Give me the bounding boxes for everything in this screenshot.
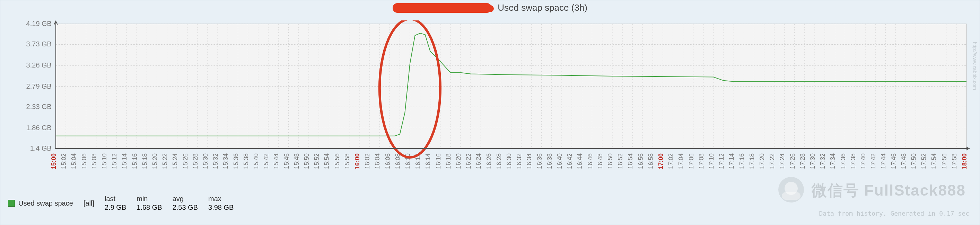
- svg-text:17:18: 17:18: [749, 153, 756, 169]
- legend-max-label: max: [208, 195, 243, 203]
- svg-text:15:20: 15:20: [151, 153, 158, 169]
- svg-text:16:26: 16:26: [485, 153, 492, 169]
- svg-text:16:42: 16:42: [566, 153, 573, 169]
- svg-text:4.19 GB: 4.19 GB: [26, 21, 52, 27]
- svg-text:17:28: 17:28: [799, 153, 806, 169]
- svg-text:16:54: 16:54: [627, 153, 634, 169]
- svg-text:16:16: 16:16: [435, 153, 442, 169]
- svg-text:15:18: 15:18: [142, 153, 148, 169]
- watermark-text: 微信号 FullStack888: [811, 182, 966, 199]
- legend-min: 1.68 GB: [137, 204, 172, 211]
- redacted-hostname: [393, 3, 492, 13]
- svg-text:15:02: 15:02: [60, 153, 67, 169]
- svg-text:16:28: 16:28: [496, 153, 503, 169]
- svg-text:16:00: 16:00: [354, 153, 361, 169]
- svg-text:16:14: 16:14: [425, 153, 431, 169]
- legend-max: 3.98 GB: [208, 204, 243, 211]
- svg-text:17:42: 17:42: [870, 153, 877, 169]
- svg-text:17:30: 17:30: [809, 153, 816, 169]
- svg-text:15:46: 15:46: [283, 153, 290, 169]
- svg-text:17:36: 17:36: [840, 153, 846, 169]
- svg-text:16:24: 16:24: [475, 153, 482, 169]
- svg-text:16:40: 16:40: [556, 153, 563, 169]
- svg-text:15:48: 15:48: [293, 153, 300, 169]
- svg-text:3.73 GB: 3.73 GB: [26, 40, 52, 48]
- svg-text:15:42: 15:42: [262, 153, 270, 169]
- svg-text:17:32: 17:32: [819, 153, 826, 169]
- chart-title: Used swap space (3h): [0, 0, 980, 13]
- svg-text:17:24: 17:24: [779, 153, 786, 169]
- chart-area: 1.4 GB1.86 GB2.33 GB2.79 GB3.26 GB3.73 G…: [7, 21, 973, 180]
- svg-text:17:54: 17:54: [931, 153, 937, 169]
- svg-text:15:28: 15:28: [192, 153, 199, 169]
- svg-text:16:30: 16:30: [506, 153, 512, 169]
- svg-text:15:52: 15:52: [313, 153, 320, 169]
- svg-text:16:34: 16:34: [526, 153, 533, 169]
- svg-text:15:14: 15:14: [121, 153, 128, 169]
- svg-text:15:26: 15:26: [182, 153, 189, 169]
- svg-text:15:36: 15:36: [232, 153, 239, 169]
- svg-text:15:04: 15:04: [70, 153, 77, 169]
- svg-text:16:32: 16:32: [515, 153, 523, 169]
- svg-text:16:50: 16:50: [607, 153, 614, 169]
- svg-text:17:06: 17:06: [688, 153, 695, 169]
- legend-swatch: [8, 200, 15, 207]
- svg-text:17:22: 17:22: [768, 153, 776, 169]
- svg-text:15:06: 15:06: [81, 153, 88, 169]
- svg-text:16:52: 16:52: [617, 153, 624, 169]
- svg-text:17:38: 17:38: [850, 153, 857, 169]
- svg-text:16:04: 16:04: [374, 153, 381, 169]
- svg-text:16:02: 16:02: [364, 153, 371, 169]
- avatar-icon: [778, 177, 804, 203]
- svg-text:17:58: 17:58: [951, 153, 958, 169]
- zabbix-link-text: http://www.zabbix.com: [972, 42, 978, 90]
- svg-text:15:40: 15:40: [253, 153, 259, 169]
- svg-text:15:00: 15:00: [50, 153, 57, 169]
- svg-text:1.86 GB: 1.86 GB: [26, 124, 52, 132]
- chart-title-text: Used swap space (3h): [498, 2, 587, 13]
- svg-text:16:22: 16:22: [465, 153, 472, 169]
- legend-metric: Used swap space: [18, 200, 73, 207]
- svg-text:16:36: 16:36: [536, 153, 543, 169]
- svg-text:15:54: 15:54: [323, 153, 330, 169]
- svg-text:16:56: 16:56: [637, 153, 644, 169]
- svg-text:16:44: 16:44: [576, 153, 583, 169]
- svg-text:17:04: 17:04: [678, 153, 684, 169]
- svg-text:17:08: 17:08: [698, 153, 705, 169]
- svg-text:17:12: 17:12: [718, 153, 725, 169]
- svg-text:15:56: 15:56: [334, 153, 340, 169]
- svg-text:15:44: 15:44: [273, 153, 280, 169]
- svg-text:15:38: 15:38: [243, 153, 250, 169]
- svg-text:16:38: 16:38: [546, 153, 553, 169]
- svg-text:2.79 GB: 2.79 GB: [26, 82, 52, 90]
- watermark: 微信号 FullStack888: [778, 177, 966, 203]
- svg-text:15:10: 15:10: [101, 153, 108, 169]
- svg-text:17:02: 17:02: [667, 153, 675, 169]
- legend-scope: [all]: [84, 195, 104, 211]
- svg-text:16:20: 16:20: [455, 153, 462, 169]
- svg-text:15:34: 15:34: [222, 153, 229, 169]
- svg-text:17:14: 17:14: [728, 153, 735, 169]
- svg-text:15:50: 15:50: [303, 153, 310, 169]
- legend-avg-label: avg: [173, 195, 208, 203]
- svg-text:17:10: 17:10: [708, 153, 715, 169]
- svg-text:17:50: 17:50: [910, 153, 917, 169]
- svg-text:16:08: 16:08: [395, 153, 401, 169]
- svg-text:17:40: 17:40: [860, 153, 867, 169]
- svg-text:15:08: 15:08: [91, 153, 98, 169]
- svg-text:17:46: 17:46: [890, 153, 897, 169]
- svg-text:16:18: 16:18: [445, 153, 452, 169]
- legend-last-label: last: [105, 195, 136, 203]
- svg-text:17:52: 17:52: [920, 153, 928, 169]
- legend-avg: 2.53 GB: [173, 204, 208, 211]
- legend-last: 2.9 GB: [105, 204, 136, 211]
- chart-svg: 1.4 GB1.86 GB2.33 GB2.79 GB3.26 GB3.73 G…: [7, 21, 973, 180]
- svg-text:15:16: 15:16: [131, 153, 138, 169]
- svg-text:15:30: 15:30: [202, 153, 209, 169]
- svg-text:17:34: 17:34: [829, 153, 836, 169]
- svg-text:17:20: 17:20: [759, 153, 765, 169]
- zabbix-chart-panel: Used swap space (3h) 1.4 GB1.86 GB2.33 G…: [0, 0, 980, 225]
- svg-text:15:22: 15:22: [161, 153, 169, 169]
- svg-text:17:26: 17:26: [789, 153, 796, 169]
- svg-text:15:12: 15:12: [111, 153, 118, 169]
